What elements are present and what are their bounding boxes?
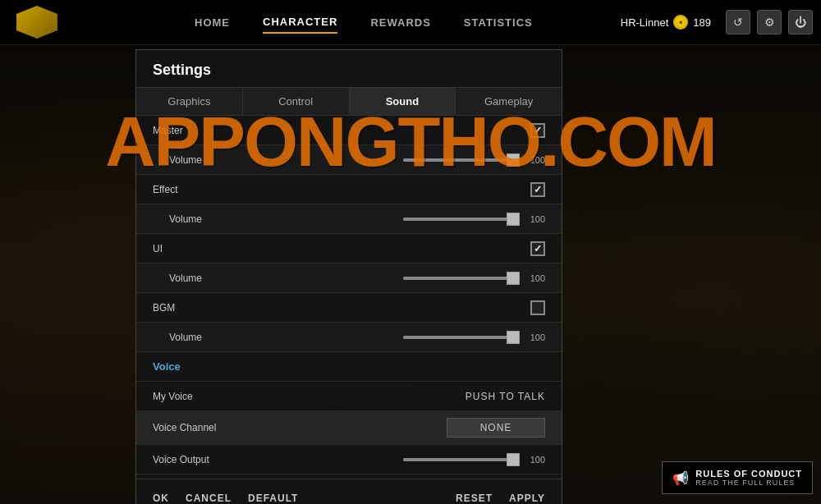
sound-settings-content: Master Volume 100 Effect Volume xyxy=(136,116,562,474)
bottom-right-buttons: RESET APPLY xyxy=(456,489,545,504)
voice-slider-fill xyxy=(403,458,518,461)
effect-slider-thumb[interactable] xyxy=(507,213,520,226)
settings-panel: Settings Graphics Control Sound Gameplay… xyxy=(135,49,562,504)
master-slider-fill xyxy=(403,158,518,162)
settings-title: Settings xyxy=(136,50,562,88)
effect-volume-value: 100 xyxy=(525,214,545,224)
reset-button[interactable]: RESET xyxy=(456,489,493,504)
master-volume-row: Volume 100 xyxy=(136,145,562,175)
topbar: HOME CHARACTER REWARDS STATISTICS HR-Lin… xyxy=(0,0,821,45)
rules-main-text: RULES OF CONDUCT xyxy=(695,469,802,479)
effect-row: Effect xyxy=(136,175,562,204)
settings-tabs: Graphics Control Sound Gameplay xyxy=(136,88,562,116)
voice-output-slider[interactable]: 100 xyxy=(403,455,545,465)
ui-slider-fill xyxy=(403,277,518,280)
effect-checkbox[interactable] xyxy=(530,182,545,197)
voice-section-label: Voice xyxy=(153,360,545,373)
topbar-right: HR-Linnet ● 189 ↺ ⚙ ⏻ xyxy=(621,10,813,34)
voice-output-row: Voice Output 100 xyxy=(136,445,562,474)
bgm-volume-row: Volume 100 xyxy=(136,323,562,352)
default-button[interactable]: DEFAULT xyxy=(248,489,298,504)
tab-sound[interactable]: Sound xyxy=(350,88,456,115)
ui-slider-track xyxy=(403,277,518,280)
ui-volume-label: Volume xyxy=(169,273,403,284)
game-logo xyxy=(16,6,57,39)
settings-bottom-bar: OK CANCEL DEFAULT RESET APPLY xyxy=(136,479,562,504)
voice-section-header: Voice xyxy=(136,352,562,382)
coin-icon: ● xyxy=(673,15,688,30)
voice-slider-track xyxy=(403,458,518,461)
nav-statistics[interactable]: STATISTICS xyxy=(464,12,533,33)
voice-channel-row: Voice Channel NONE xyxy=(136,411,562,445)
tab-graphics[interactable]: Graphics xyxy=(136,88,243,115)
bgm-volume-label: Volume xyxy=(169,332,403,343)
user-info: HR-Linnet ● 189 xyxy=(621,15,711,30)
ui-label: UI xyxy=(153,243,530,254)
cancel-button[interactable]: CANCEL xyxy=(186,489,232,504)
username: HR-Linnet xyxy=(621,16,669,29)
master-volume-slider[interactable]: 100 xyxy=(403,155,545,165)
master-volume-label: Volume xyxy=(169,154,403,166)
coin-count: 189 xyxy=(693,16,711,29)
tab-gameplay[interactable]: Gameplay xyxy=(456,88,562,115)
master-volume-value: 100 xyxy=(525,155,545,165)
rules-sub-text: READ THE FULL RULES xyxy=(695,479,802,487)
my-voice-row: My Voice PUSH TO TALK xyxy=(136,382,562,411)
nav-home[interactable]: HOME xyxy=(195,12,230,33)
nav-character[interactable]: CHARACTER xyxy=(263,11,337,34)
master-checkbox[interactable] xyxy=(530,123,545,138)
ui-checkbox[interactable] xyxy=(530,241,545,256)
tab-control[interactable]: Control xyxy=(243,88,350,115)
refresh-button[interactable]: ↺ xyxy=(726,10,750,34)
push-to-talk-button[interactable]: PUSH TO TALK xyxy=(466,391,545,402)
master-label: Master xyxy=(153,125,530,136)
effect-volume-slider[interactable]: 100 xyxy=(403,214,545,224)
bgm-slider-track xyxy=(403,336,518,339)
effect-label: Effect xyxy=(153,184,530,195)
rules-banner[interactable]: 📢 RULES OF CONDUCT READ THE FULL RULES xyxy=(662,461,813,494)
voice-output-label: Voice Output xyxy=(153,454,403,465)
bgm-checkbox[interactable] xyxy=(530,300,545,315)
main-nav: HOME CHARACTER REWARDS STATISTICS xyxy=(195,11,533,34)
voice-channel-label: Voice Channel xyxy=(153,422,447,433)
ui-slider-thumb[interactable] xyxy=(507,272,520,285)
voice-channel-dropdown[interactable]: NONE xyxy=(447,418,545,438)
master-row: Master xyxy=(136,116,562,145)
nav-rewards[interactable]: REWARDS xyxy=(370,12,430,33)
effect-slider-track xyxy=(403,218,518,221)
master-slider-thumb[interactable] xyxy=(507,153,520,167)
bgm-row: BGM xyxy=(136,293,562,323)
bgm-volume-value: 100 xyxy=(525,332,545,342)
voice-slider-thumb[interactable] xyxy=(507,453,520,466)
ui-volume-row: Volume 100 xyxy=(136,263,562,293)
bottom-left-buttons: OK CANCEL DEFAULT xyxy=(153,489,298,504)
my-voice-label: My Voice xyxy=(153,391,466,402)
settings-button[interactable]: ⚙ xyxy=(757,10,782,34)
effect-volume-label: Volume xyxy=(169,213,403,225)
ui-row: UI xyxy=(136,234,562,263)
ui-volume-value: 100 xyxy=(525,273,545,283)
bgm-slider-fill xyxy=(403,336,518,339)
ok-button[interactable]: OK xyxy=(153,489,169,504)
bgm-volume-slider[interactable]: 100 xyxy=(403,332,545,342)
rules-text: RULES OF CONDUCT READ THE FULL RULES xyxy=(695,469,802,487)
power-button[interactable]: ⏻ xyxy=(788,10,813,34)
bgm-label: BGM xyxy=(153,302,530,314)
apply-button[interactable]: APPLY xyxy=(509,489,545,504)
master-slider-track xyxy=(403,158,518,162)
bgm-slider-thumb[interactable] xyxy=(507,331,520,344)
effect-volume-row: Volume 100 xyxy=(136,204,562,234)
speaker-icon: 📢 xyxy=(672,470,689,486)
ui-volume-slider[interactable]: 100 xyxy=(403,273,545,283)
voice-output-value: 100 xyxy=(525,455,545,465)
logo-area xyxy=(8,6,107,39)
effect-slider-fill xyxy=(403,218,518,221)
